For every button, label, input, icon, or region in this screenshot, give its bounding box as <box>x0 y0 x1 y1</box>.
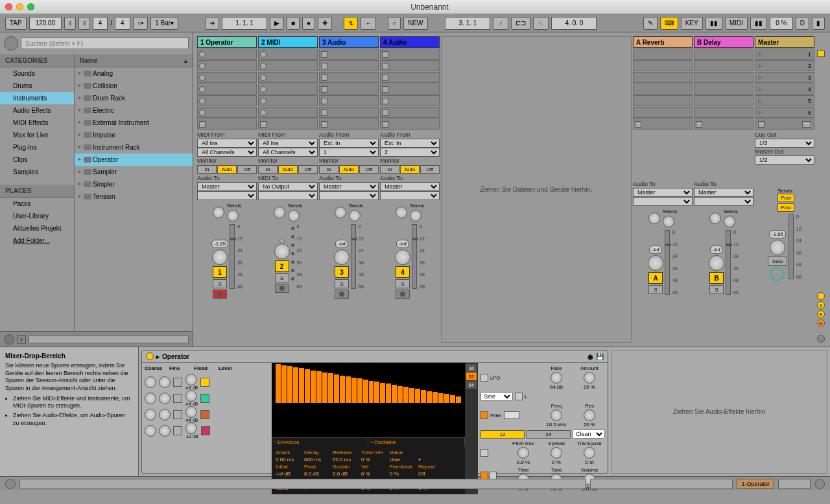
harmonic-bar[interactable] <box>311 371 316 403</box>
pan-knob[interactable] <box>274 244 290 259</box>
item-electric[interactable]: Electric <box>75 104 193 117</box>
send-b-knob[interactable] <box>663 216 674 227</box>
clip-stop-all[interactable] <box>258 119 318 130</box>
side-m-button[interactable]: M <box>817 319 825 327</box>
monitor-off[interactable]: Off <box>359 165 379 174</box>
fine-knob[interactable] <box>159 393 171 404</box>
device-expand-icon[interactable]: ▸ <box>156 353 160 360</box>
scene-play-icon[interactable] <box>758 87 763 92</box>
solo-button[interactable]: S <box>275 273 289 282</box>
stop-icon[interactable] <box>199 121 206 128</box>
scene-slot[interactable]: 4 <box>755 84 814 95</box>
harmonic-bar[interactable] <box>334 374 339 403</box>
clip-slot[interactable] <box>258 60 318 71</box>
post-b[interactable]: Post <box>777 203 794 212</box>
monitor-auto[interactable]: Auto <box>339 165 359 174</box>
clip-stop-icon[interactable] <box>321 98 327 104</box>
item-tension[interactable]: Tension <box>75 190 193 203</box>
track-header[interactable]: 3 Audio <box>319 36 379 48</box>
place-add-folder[interactable]: Add Folder... <box>0 235 74 247</box>
harmonic-bar[interactable] <box>363 380 368 403</box>
input-channel-select[interactable]: All Channels <box>197 148 257 157</box>
osc-select-A[interactable] <box>200 378 209 387</box>
output-channel-select[interactable] <box>380 191 440 200</box>
solo-button[interactable]: S <box>335 279 349 288</box>
osc-select-D[interactable] <box>201 426 210 435</box>
close-icon[interactable] <box>5 3 12 10</box>
track-header[interactable]: 4 Audio <box>380 36 440 48</box>
filter-shape[interactable] <box>504 411 519 419</box>
item-analog[interactable]: Analog <box>75 67 193 80</box>
record-button[interactable]: ● <box>302 17 315 30</box>
level-knob[interactable] <box>185 374 197 385</box>
clip-stop-icon[interactable] <box>382 109 388 116</box>
arm-button[interactable] <box>213 290 227 299</box>
tempo-display[interactable]: 120.00 <box>29 17 62 30</box>
fixed-toggle[interactable] <box>173 378 182 387</box>
clip-stop-icon[interactable] <box>382 74 388 81</box>
send-a-knob[interactable] <box>648 212 660 224</box>
monitor-in[interactable]: In <box>380 165 399 174</box>
midi-indicator[interactable]: ▮▮ <box>706 17 722 30</box>
master-volume-slider[interactable] <box>788 214 794 279</box>
clip-play-icon[interactable] <box>260 51 267 58</box>
send-b-knob[interactable] <box>410 210 421 222</box>
monitor-off[interactable]: Off <box>298 165 318 174</box>
harmonic-bar[interactable] <box>380 383 385 403</box>
volume-display[interactable] <box>279 240 285 242</box>
play-button[interactable]: ▶ <box>270 17 284 30</box>
category-instruments[interactable]: Instruments <box>0 92 74 104</box>
clip-slot[interactable] <box>380 84 440 95</box>
output-select[interactable]: Master <box>380 182 440 191</box>
post-a[interactable]: Post <box>777 194 794 202</box>
clip-slot[interactable] <box>319 60 379 71</box>
solo-button[interactable]: S <box>709 285 724 294</box>
clip-stop-icon[interactable] <box>321 86 327 93</box>
fixed-toggle[interactable] <box>173 426 182 435</box>
monitor-auto[interactable]: Auto <box>278 165 298 174</box>
track-activator[interactable]: B <box>709 272 724 284</box>
monitor-auto[interactable]: Auto <box>400 165 420 174</box>
sel-64[interactable]: 64 <box>466 381 477 389</box>
clip-slot[interactable] <box>197 107 257 118</box>
category-samples[interactable]: Samples <box>0 166 74 178</box>
solo-button[interactable]: S <box>396 279 410 288</box>
input-channel-select[interactable]: 2 <box>380 148 440 157</box>
output-channel-select[interactable] <box>258 191 318 200</box>
harmonic-bar[interactable] <box>403 387 409 403</box>
volume-display[interactable]: -Inf <box>396 240 409 248</box>
transpose-knob[interactable] <box>584 447 595 459</box>
harmonic-bar[interactable] <box>444 394 449 403</box>
input-type-select[interactable]: Ext. In <box>380 139 440 148</box>
draw-mode-button[interactable]: ✎ <box>643 17 658 30</box>
track-activator[interactable]: 3 <box>335 266 349 278</box>
output-select[interactable]: Master <box>319 182 379 191</box>
filter-toggle[interactable] <box>480 411 488 419</box>
clip-slot[interactable] <box>380 107 440 118</box>
scene-play-icon[interactable] <box>758 52 763 57</box>
harmonic-bar[interactable] <box>322 372 327 403</box>
sig-den[interactable]: 4 <box>115 17 130 30</box>
clip-slot[interactable] <box>380 95 440 106</box>
computer-midi-button[interactable]: ⌨ <box>660 17 678 30</box>
item-drum-rack[interactable]: Drum Rack <box>75 92 193 104</box>
item-collision[interactable]: Collision <box>75 80 193 92</box>
volume-display[interactable]: -1.85 <box>211 240 228 248</box>
output-channel-select[interactable] <box>633 197 693 206</box>
sel-32[interactable]: 32 <box>466 372 477 380</box>
clip-slot[interactable] <box>694 49 753 60</box>
volume-slider[interactable] <box>412 224 417 289</box>
clip-play-icon[interactable] <box>260 86 267 93</box>
master-out-select[interactable]: 1/2 <box>755 155 814 165</box>
overload-indicator[interactable]: D <box>796 17 809 30</box>
follow-button[interactable]: ➜ <box>205 17 219 30</box>
harmonic-bar[interactable] <box>316 371 322 403</box>
volume-display[interactable]: -Inf <box>710 246 723 254</box>
track-activator[interactable]: A <box>648 272 663 284</box>
track-drop-area[interactable]: Ziehen Sie Dateien und Geräte hierhin. <box>441 36 632 343</box>
loop-button[interactable]: ○ <box>388 17 401 30</box>
clip-slot[interactable] <box>380 49 440 60</box>
track-header[interactable]: B Delay <box>694 36 753 48</box>
clip-slot[interactable] <box>197 60 257 71</box>
fine-knob[interactable] <box>159 409 171 420</box>
